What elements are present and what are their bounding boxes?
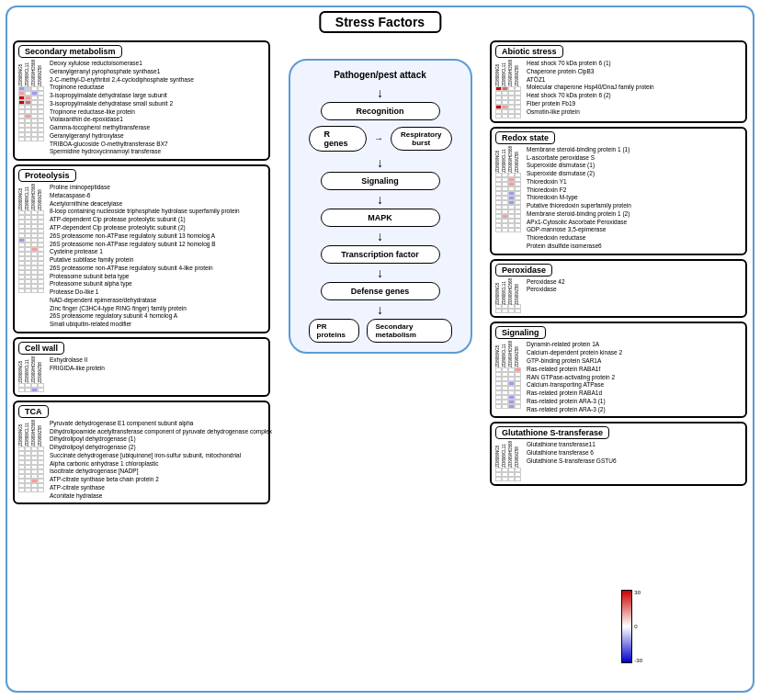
gene-item: Acetylornithine deacetylase — [50, 200, 240, 209]
abiotic-cells — [495, 86, 521, 119]
color-legend: 30 0 -30 — [621, 590, 642, 663]
gene-item: Metacaspase-6 — [50, 192, 240, 200]
pathway-split: PR proteins Secondary metabolism — [309, 319, 452, 343]
col-label-4: ZD909/Z58 — [515, 146, 521, 173]
gene-item: Cysteine protease 1 — [50, 248, 240, 256]
outer-container: Stress Factors Secondary metabolism ZD80… — [6, 6, 754, 693]
abiotic-stress-section: Abiotic stress ZD808/NG5 ZD808/CL11 ZD90… — [490, 40, 747, 123]
secondary-metabolism-col-labels: ZD808/NG5 ZD808/CL11 ZD909/HD568 ZD909/Z… — [18, 60, 47, 141]
gene-item: ATP-dependent Clp protease proteolytic s… — [50, 216, 240, 224]
col-label-2: ZD808/CL11 — [502, 341, 508, 367]
peroxidase-title: Peroxidase — [495, 264, 552, 277]
abiotic-genes: Heat shock 70 kDa protein 6 (1) Chaperon… — [527, 60, 654, 116]
signaling-heatmap: ZD808/NG5 ZD808/CL11 ZD909/HD568 ZD909/Z… — [495, 341, 742, 413]
signaling-cells — [495, 367, 521, 409]
gene-item: Zinc finger (C3HC4-type RING finger) fam… — [50, 305, 240, 313]
tca-heatmap: ZD808/NG5 ZD808/CL11 ZD909/HD568 ZD909/Z… — [18, 420, 265, 501]
gene-item: Ras-related protein RABA1d — [527, 390, 622, 398]
gene-item: 8-loop containing nucleoside triphosphat… — [50, 208, 240, 216]
gene-item: Osmotin-like protein — [527, 108, 654, 117]
gene-item: Small ubiquitin-related modifier — [50, 321, 240, 329]
arrow-1: ↓ — [377, 86, 383, 99]
pathogen-label: Pathogen/pest attack — [334, 70, 426, 80]
signaling-genes: Dynamin-related protein 1A Calcium-depen… — [527, 341, 622, 413]
gene-item: Calcium-transporting ATPase — [527, 381, 622, 390]
col-label-3: ZD909/HD568 — [508, 146, 515, 173]
col-label-4: ZD909/Z58 — [515, 60, 521, 86]
gene-item: Glutathione transferase 6 — [527, 449, 617, 457]
redox-col-labels: ZD808/NG5 ZD808/CL11 ZD909/HD568 ZD909/Z… — [495, 146, 524, 232]
gene-item: Protein disulfide isomerase6 — [527, 243, 631, 251]
gene-item: Peroxidase 42 — [527, 278, 565, 287]
tca-section: TCA ZD808/NG5 ZD808/CL11 ZD909/HD568 ZD9… — [13, 401, 270, 505]
redox-state-section: Redox state ZD808/NG5 ZD808/CL11 ZD909/H… — [490, 127, 747, 255]
gene-item: Proline iminopeptidase — [50, 184, 240, 192]
glutathione-section: Glutathione S-transferase ZD808/NG5 ZD80… — [490, 422, 747, 486]
arrow-side: → — [374, 134, 383, 143]
main-layout: Secondary metabolism ZD808/NG5 ZD808/CL1… — [13, 40, 747, 693]
secondary-metabolism-pathway-node: Secondary metabolism — [367, 319, 451, 343]
glutathione-cells — [495, 468, 521, 481]
gene-item: Spermidine hydroxycinnamoyl transferase — [50, 148, 194, 156]
col-label-4: ZD909/Z58 — [38, 356, 44, 383]
gene-item: Calcium-dependent protein kinase 2 — [527, 349, 622, 357]
cell-wall-title: Cell wall — [18, 342, 64, 355]
proteolysis-section: Proteolysis ZD808/NG5 ZD808/CL11 ZD909/H… — [13, 164, 270, 333]
gene-item: Alpha carbonic anhydrase 1 chloroplastic — [50, 460, 272, 469]
cell-wall-genes: Exhydrolase II FRIGIDA-like protein — [50, 356, 105, 373]
col-label-2: ZD808/CL11 — [502, 60, 508, 86]
gene-item: Putative subtilase family protein — [50, 256, 240, 265]
col-label-4: ZD909/Z58 — [515, 278, 521, 305]
pathway-diagram: Pathogen/pest attack ↓ Recognition R gen… — [289, 59, 472, 354]
col-label-2: ZD808/CL11 — [25, 60, 31, 86]
gene-item: APx1-Cytosolic Ascorbate Peroxidase — [527, 219, 631, 227]
respiratory-burst-node: Respiratory burst — [391, 127, 451, 151]
signaling-col-labels: ZD808/NG5 ZD808/CL11 ZD909/HD568 ZD909/Z… — [495, 341, 524, 409]
gene-item: Molecular chaperone Hsp40/DnaJ family pr… — [527, 84, 654, 92]
col-label-1: ZD808/NG5 — [495, 60, 502, 86]
gene-item: Thioredoxin M-type — [527, 194, 631, 202]
gene-item: FRIGIDA-like protein — [50, 365, 105, 373]
col-label-3: ZD909/HD568 — [508, 441, 515, 468]
gene-item: Putative thioredoxin superfamily protein — [527, 202, 631, 210]
gene-item: Aconitate hydratase — [50, 492, 272, 501]
col-label-4: ZD909/Z58 — [38, 184, 44, 210]
signaling-title: Signaling — [495, 326, 546, 339]
gene-item: Peroxidase — [527, 286, 565, 294]
legend-labels: 30 0 -30 — [634, 590, 642, 663]
col-label-3: ZD909/HD568 — [31, 356, 38, 383]
gene-item: Ras-related protein ARA-3 (2) — [527, 406, 622, 414]
gene-item: Tropinone reductase — [50, 84, 194, 92]
col-label-4: ZD909/Z58 — [38, 420, 44, 446]
gene-item: Pyruvate dehydrogenase E1 component subu… — [50, 420, 272, 428]
gene-item: Dynamin-related protein 1A — [527, 341, 622, 349]
gene-item: Glutathione S-transferase GSTU6 — [527, 457, 617, 466]
col-label-4: ZD909/Z58 — [515, 341, 521, 367]
gene-item: Fiber protein Fb19 — [527, 100, 654, 108]
col-label-3: ZD909/HD568 — [31, 60, 38, 86]
secondary-metabolism-heatmap: ZD808/NG5 ZD808/CL11 ZD909/HD568 ZD909/Z… — [18, 60, 265, 156]
gene-item: ATP-dependent Clp protease proteolytic s… — [50, 224, 240, 232]
legend-mid: 0 — [634, 624, 642, 629]
secondary-metabolism-cells — [18, 86, 44, 141]
gene-item: ATP-citrate synthase — [50, 484, 272, 492]
col-label-3: ZD909/HD568 — [508, 341, 515, 367]
gene-item: Superoxide dismutase (1) — [527, 162, 631, 170]
tca-title: TCA — [18, 405, 49, 418]
r-genes-node: R genes — [309, 126, 368, 152]
peroxidase-cells — [495, 304, 521, 313]
gene-item: Chaperone protein ClpB3 — [527, 68, 654, 76]
recognition-node: Recognition — [321, 102, 440, 120]
gene-item: Thioredoxin F2 — [527, 186, 631, 195]
gene-item: 3-isopropylmalate dehydratase large subu… — [50, 92, 194, 100]
col-label-1: ZD808/NG5 — [495, 441, 502, 468]
gene-item: TRIBOA-glucoside O-methyltransferase BX7 — [50, 141, 194, 149]
col-label-2: ZD808/CL11 — [502, 441, 508, 468]
legend-gradient — [621, 590, 632, 663]
gene-item: Ras-related protein ARA-3 (1) — [527, 398, 622, 406]
gene-item: Geranylgeranyl pyrophosphate synthase1 — [50, 68, 194, 76]
mapk-node: MAPK — [321, 209, 440, 227]
tca-genes: Pyruvate dehydrogenase E1 component subu… — [50, 420, 272, 501]
gene-item: Tropinone reductase-like protein — [50, 108, 194, 117]
gene-item: Heat shock 70 kDa protein 6 (2) — [527, 92, 654, 100]
